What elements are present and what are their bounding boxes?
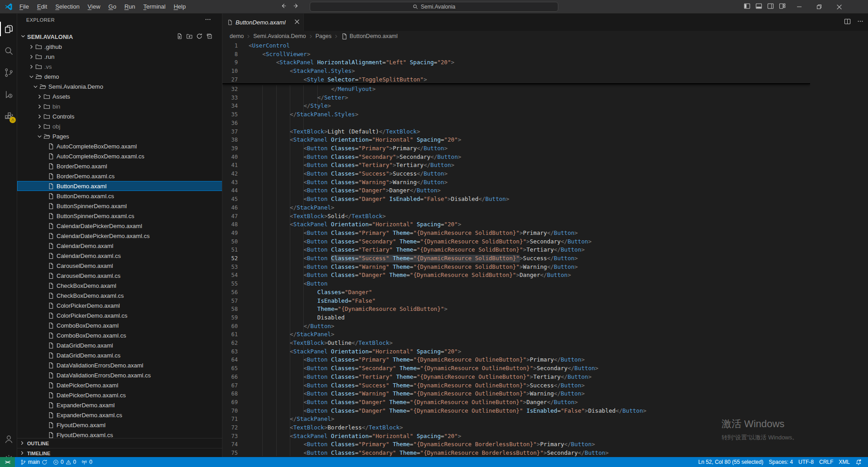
code-line-71[interactable]: 71</StackPanel>: [222, 415, 810, 424]
code-line-42[interactable]: 42<Button Classes="Success">Success</But…: [222, 170, 810, 178]
tree-file-borderdemo.axaml[interactable]: BorderDemo.axaml: [17, 161, 222, 171]
tree-folder-bin[interactable]: bin: [17, 101, 222, 111]
tab-buttondemo-axaml[interactable]: ButtonDemo.axaml: [222, 14, 304, 31]
refresh-explorer-button[interactable]: [196, 33, 203, 41]
window-restore-button[interactable]: [809, 0, 829, 14]
tree-file-datavalidationerrorsdemo.axaml.cs[interactable]: DataValidationErrorsDemo.axaml.cs: [17, 370, 222, 380]
code-line-48[interactable]: 48<StackPanel Orientation="Horizontal" S…: [222, 220, 810, 229]
code-line-74[interactable]: 74<Button Classes="Primary" Theme="{Dyna…: [222, 440, 810, 449]
code-line-46[interactable]: 46</StackPanel>: [222, 204, 810, 212]
tree-file-datagriddemo.axaml[interactable]: DataGridDemo.axaml: [17, 340, 222, 350]
encoding-item[interactable]: UTF-8: [796, 457, 816, 467]
tree-file-borderdemo.axaml.cs[interactable]: BorderDemo.axaml.cs: [17, 171, 222, 181]
code-line-39[interactable]: 39<Button Classes="Primary">Primary</But…: [222, 144, 810, 153]
tree-file-expanderdemo.axaml[interactable]: ExpanderDemo.axaml: [17, 400, 222, 410]
explorer-more-actions-button[interactable]: [205, 16, 211, 24]
code-line-43[interactable]: 43<Button Classes="Warning">Warning</But…: [222, 178, 810, 187]
tree-folder-assets[interactable]: Assets: [17, 91, 222, 101]
toggle-secondary-sidebar-button[interactable]: [767, 3, 774, 11]
code-line-63[interactable]: 63<StackPanel Orientation="Horizontal" S…: [222, 348, 810, 356]
tree-file-colorpickerdemo.axaml[interactable]: ColorPickerDemo.axaml: [17, 300, 222, 310]
eol-item[interactable]: CRLF: [816, 457, 836, 467]
code-line-57[interactable]: 57IsEnabled="False": [222, 297, 810, 305]
tree-file-calendardemo.axaml[interactable]: CalendarDemo.axaml: [17, 241, 222, 251]
code-line-75[interactable]: 75<Button Classes="Secondary" Theme="{Dy…: [222, 449, 810, 457]
tree-file-calendardatepickerdemo.axaml.cs[interactable]: CalendarDatePickerDemo.axaml.cs: [17, 231, 222, 241]
code-line-1[interactable]: 1<UserControl: [222, 42, 810, 50]
tree-folder-.run[interactable]: .run: [17, 52, 222, 62]
code-line-41[interactable]: 41<Button Classes="Tertiary">Tertiary</B…: [222, 161, 810, 170]
code-line-55[interactable]: 55<Button: [222, 280, 810, 288]
tree-file-calendardemo.axaml.cs[interactable]: CalendarDemo.axaml.cs: [17, 251, 222, 261]
tree-file-flyoutdemo.axaml[interactable]: FlyoutDemo.axaml: [17, 420, 222, 430]
tree-folder-pages[interactable]: Pages: [17, 131, 222, 141]
code-line-59[interactable]: 59Disabled: [222, 314, 810, 322]
sidebar-item-explorer[interactable]: [0, 20, 17, 38]
nav-back-button[interactable]: [280, 3, 287, 11]
code-line-72[interactable]: 72<TextBlock>Borderless</TextBlock>: [222, 424, 810, 432]
code-line-45[interactable]: 45<Button Classes="Danger" IsEnabled="Fa…: [222, 195, 810, 204]
tree-file-buttonspinnerdemo.axaml.cs[interactable]: ButtonSpinnerDemo.axaml.cs: [17, 211, 222, 221]
tree-file-checkboxdemo.axaml.cs[interactable]: CheckBoxDemo.axaml.cs: [17, 291, 222, 300]
notifications-bell-button[interactable]: [853, 457, 864, 467]
tree-file-carouseldemo.axaml.cs[interactable]: CarouselDemo.axaml.cs: [17, 271, 222, 281]
menu-go[interactable]: Go: [104, 0, 120, 14]
language-mode-item[interactable]: XML: [836, 457, 853, 467]
code-line-65[interactable]: 65<Button Classes="Secondary" Theme="{Dy…: [222, 364, 810, 373]
code-line-36[interactable]: 36: [222, 119, 810, 128]
tree-file-datavalidationerrorsdemo.axaml[interactable]: DataValidationErrorsDemo.axaml: [17, 360, 222, 370]
code-line-52[interactable]: 52<Button Classes="Success" Theme="{Dyna…: [222, 254, 810, 263]
tree-folder-controls[interactable]: Controls: [17, 111, 222, 121]
code-line-68[interactable]: 68<Button Classes="Warning" Theme="{Dyna…: [222, 390, 810, 398]
tab-close-button[interactable]: [294, 18, 300, 26]
code-line-47[interactable]: 47<TextBlock>Solid</TextBlock>: [222, 212, 810, 221]
menu-run[interactable]: Run: [120, 0, 139, 14]
menu-selection[interactable]: Selection: [51, 0, 83, 14]
new-file-button[interactable]: [176, 33, 183, 41]
problems-status-item[interactable]: 0 0: [50, 457, 79, 467]
tree-file-datepickerdemo.axaml.cs[interactable]: DatePickerDemo.axaml.cs: [17, 390, 222, 400]
tree-file-autocompleteboxdemo.axaml.cs[interactable]: AutoCompleteBoxDemo.axaml.cs: [17, 151, 222, 161]
tree-file-autocompleteboxdemo.axaml[interactable]: AutoCompleteBoxDemo.axaml: [17, 141, 222, 151]
outline-section-header[interactable]: OUTLINE: [17, 438, 222, 448]
toggle-sidebar-button[interactable]: [744, 3, 750, 11]
tree-file-calendardatepickerdemo.axaml[interactable]: CalendarDatePickerDemo.axaml: [17, 221, 222, 231]
code-line-37[interactable]: 37<TextBlock>Light (Default)</TextBlock>: [222, 128, 810, 136]
code-line-64[interactable]: 64<Button Classes="Primary" Theme="{Dyna…: [222, 356, 810, 364]
tree-file-buttondemo.axaml[interactable]: ButtonDemo.axaml: [17, 181, 222, 191]
tree-file-expanderdemo.axaml.cs[interactable]: ExpanderDemo.axaml.cs: [17, 410, 222, 420]
sidebar-item-source-control[interactable]: [0, 63, 17, 81]
code-line-67[interactable]: 67<Button Classes="Success" Theme="{Dyna…: [222, 381, 810, 390]
code-line-51[interactable]: 51<Button Classes="Tertiary" Theme="{Dyn…: [222, 246, 810, 254]
tree-file-comboboxdemo.axaml[interactable]: ComboBoxDemo.axaml: [17, 320, 222, 330]
breadcrumb-item-buttondemo.axaml[interactable]: ButtonDemo.axaml: [341, 33, 397, 40]
code-line-60[interactable]: 60</Button>: [222, 322, 810, 331]
code-line-69[interactable]: 69<Button Classes="Danger" Theme="{Dynam…: [222, 398, 810, 407]
window-minimize-button[interactable]: [789, 0, 809, 14]
tree-file-datepickerdemo.axaml[interactable]: DatePickerDemo.axaml: [17, 380, 222, 390]
menu-terminal[interactable]: Terminal: [139, 0, 170, 14]
remote-indicator[interactable]: ><: [0, 457, 15, 467]
timeline-section-header[interactable]: TIMELINE: [17, 448, 222, 457]
command-center-search[interactable]: Semi.Avalonia: [310, 2, 558, 12]
tree-folder-demo[interactable]: demo: [17, 71, 222, 81]
breadcrumb-item-demo[interactable]: demo: [230, 33, 244, 39]
code-line-50[interactable]: 50<Button Classes="Secondary" Theme="{Dy…: [222, 238, 810, 246]
toggle-panel-button[interactable]: [755, 3, 762, 11]
code-line-70[interactable]: 70<Button Classes="Danger" Theme="{Dynam…: [222, 407, 810, 415]
code-line-44[interactable]: 44<Button Classes="Danger">Danger</Butto…: [222, 186, 810, 195]
tree-folder-.github[interactable]: .github: [17, 42, 222, 52]
cursor-position-item[interactable]: Ln 52, Col 80 (55 selected): [696, 457, 766, 467]
code-editor[interactable]: 32</MenuFlyout>33</Setter>34</Style>35</…: [222, 42, 810, 457]
menu-view[interactable]: View: [84, 0, 104, 14]
menu-help[interactable]: Help: [170, 0, 190, 14]
tree-file-buttondemo.axaml.cs[interactable]: ButtonDemo.axaml.cs: [17, 191, 222, 201]
ports-status-item[interactable]: 0: [79, 457, 95, 467]
code-line-73[interactable]: 73<StackPanel Orientation="Horizontal" S…: [222, 432, 810, 441]
code-line-58[interactable]: 58Theme="{DynamicResource SolidButton}">: [222, 305, 810, 314]
breadcrumb-item-semi.avalonia.demo[interactable]: Semi.Avalonia.Demo: [253, 33, 306, 39]
code-line-66[interactable]: 66<Button Classes="Tertiary" Theme="{Dyn…: [222, 373, 810, 381]
editor-more-actions-button[interactable]: [857, 18, 863, 26]
tree-file-buttonspinnerdemo.axaml[interactable]: ButtonSpinnerDemo.axaml: [17, 201, 222, 211]
indentation-item[interactable]: Spaces: 4: [766, 457, 796, 467]
